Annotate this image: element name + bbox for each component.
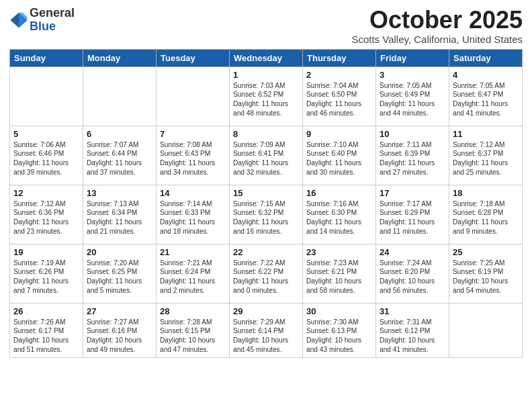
table-row — [449, 303, 523, 357]
table-row — [83, 66, 157, 126]
day-info: Sunrise: 7:09 AMSunset: 6:41 PMDaylight:… — [233, 140, 299, 177]
day-number: 3 — [380, 70, 445, 80]
table-row: 3Sunrise: 7:05 AMSunset: 6:49 PMDaylight… — [376, 66, 449, 126]
day-number: 7 — [160, 129, 226, 139]
table-row — [10, 66, 83, 126]
day-number: 25 — [453, 247, 519, 257]
table-row: 28Sunrise: 7:28 AMSunset: 6:15 PMDayligh… — [157, 303, 230, 357]
calendar-table: Sunday Monday Tuesday Wednesday Thursday… — [9, 49, 523, 358]
day-number: 18 — [453, 188, 519, 198]
day-number: 27 — [87, 306, 152, 316]
day-info: Sunrise: 7:06 AMSunset: 6:46 PMDaylight:… — [13, 140, 79, 177]
day-number: 19 — [13, 247, 79, 257]
calendar-header-row: Sunday Monday Tuesday Wednesday Thursday… — [10, 49, 523, 66]
day-info: Sunrise: 7:04 AMSunset: 6:50 PMDaylight:… — [306, 81, 372, 118]
table-row: 4Sunrise: 7:05 AMSunset: 6:47 PMDaylight… — [449, 66, 523, 126]
table-row — [157, 66, 230, 126]
title-block: October 2025 Scotts Valley, California, … — [351, 7, 523, 45]
day-number: 23 — [306, 247, 372, 257]
day-info: Sunrise: 7:20 AMSunset: 6:25 PMDaylight:… — [87, 259, 152, 295]
day-number: 29 — [233, 306, 299, 316]
day-number: 5 — [13, 129, 79, 139]
table-row: 24Sunrise: 7:24 AMSunset: 6:20 PMDayligh… — [376, 244, 449, 303]
col-wednesday: Wednesday — [230, 49, 303, 66]
day-info: Sunrise: 7:30 AMSunset: 6:13 PMDaylight:… — [306, 318, 372, 355]
col-friday: Friday — [376, 49, 449, 66]
col-tuesday: Tuesday — [157, 49, 230, 66]
calendar-week-1: 1Sunrise: 7:03 AMSunset: 6:52 PMDaylight… — [10, 66, 523, 126]
day-number: 17 — [380, 188, 445, 198]
col-saturday: Saturday — [449, 49, 523, 66]
table-row: 6Sunrise: 7:07 AMSunset: 6:44 PMDaylight… — [83, 126, 157, 185]
day-number: 6 — [87, 129, 152, 139]
day-info: Sunrise: 7:11 AMSunset: 6:39 PMDaylight:… — [380, 140, 445, 177]
table-row: 15Sunrise: 7:15 AMSunset: 6:32 PMDayligh… — [230, 185, 303, 244]
day-info: Sunrise: 7:10 AMSunset: 6:40 PMDaylight:… — [306, 140, 372, 177]
day-info: Sunrise: 7:28 AMSunset: 6:15 PMDaylight:… — [160, 318, 226, 355]
day-info: Sunrise: 7:16 AMSunset: 6:30 PMDaylight:… — [306, 199, 372, 236]
day-number: 1 — [233, 70, 299, 80]
day-info: Sunrise: 7:24 AMSunset: 6:20 PMDaylight:… — [380, 259, 445, 295]
day-info: Sunrise: 7:26 AMSunset: 6:17 PMDaylight:… — [13, 318, 79, 355]
day-number: 11 — [453, 129, 519, 139]
table-row: 2Sunrise: 7:04 AMSunset: 6:50 PMDaylight… — [303, 66, 376, 126]
calendar-week-3: 12Sunrise: 7:12 AMSunset: 6:36 PMDayligh… — [10, 185, 523, 244]
day-info: Sunrise: 7:07 AMSunset: 6:44 PMDaylight:… — [87, 140, 152, 177]
logo-text: General Blue — [30, 7, 75, 34]
day-number: 24 — [380, 247, 445, 257]
col-thursday: Thursday — [303, 49, 376, 66]
day-info: Sunrise: 7:08 AMSunset: 6:43 PMDaylight:… — [160, 140, 226, 177]
day-number: 31 — [380, 306, 445, 316]
table-row: 12Sunrise: 7:12 AMSunset: 6:36 PMDayligh… — [10, 185, 83, 244]
day-info: Sunrise: 7:18 AMSunset: 6:28 PMDaylight:… — [453, 199, 519, 236]
day-number: 8 — [233, 129, 299, 139]
day-info: Sunrise: 7:22 AMSunset: 6:22 PMDaylight:… — [233, 259, 299, 295]
day-number: 4 — [453, 70, 519, 80]
logo-icon — [9, 11, 28, 30]
day-info: Sunrise: 7:31 AMSunset: 6:12 PMDaylight:… — [380, 318, 445, 355]
header: General Blue October 2025 Scotts Valley,… — [9, 7, 523, 45]
day-info: Sunrise: 7:13 AMSunset: 6:34 PMDaylight:… — [87, 199, 152, 236]
day-info: Sunrise: 7:29 AMSunset: 6:14 PMDaylight:… — [233, 318, 299, 355]
day-number: 26 — [13, 306, 79, 316]
table-row: 16Sunrise: 7:16 AMSunset: 6:30 PMDayligh… — [303, 185, 376, 244]
day-info: Sunrise: 7:17 AMSunset: 6:29 PMDaylight:… — [380, 199, 445, 236]
table-row: 17Sunrise: 7:17 AMSunset: 6:29 PMDayligh… — [376, 185, 449, 244]
table-row: 19Sunrise: 7:19 AMSunset: 6:26 PMDayligh… — [10, 244, 83, 303]
day-number: 28 — [160, 306, 226, 316]
table-row: 20Sunrise: 7:20 AMSunset: 6:25 PMDayligh… — [83, 244, 157, 303]
day-number: 16 — [306, 188, 372, 198]
day-number: 15 — [233, 188, 299, 198]
table-row: 14Sunrise: 7:14 AMSunset: 6:33 PMDayligh… — [157, 185, 230, 244]
day-number: 10 — [380, 129, 445, 139]
page: General Blue October 2025 Scotts Valley,… — [0, 0, 532, 411]
table-row: 22Sunrise: 7:22 AMSunset: 6:22 PMDayligh… — [230, 244, 303, 303]
day-number: 21 — [160, 247, 226, 257]
logo-general: General — [30, 6, 75, 19]
table-row: 8Sunrise: 7:09 AMSunset: 6:41 PMDaylight… — [230, 126, 303, 185]
day-number: 13 — [87, 188, 152, 198]
location: Scotts Valley, California, United States — [351, 34, 523, 45]
day-info: Sunrise: 7:19 AMSunset: 6:26 PMDaylight:… — [13, 259, 79, 295]
day-number: 2 — [306, 70, 372, 80]
day-number: 14 — [160, 188, 226, 198]
table-row: 18Sunrise: 7:18 AMSunset: 6:28 PMDayligh… — [449, 185, 523, 244]
table-row: 21Sunrise: 7:21 AMSunset: 6:24 PMDayligh… — [157, 244, 230, 303]
day-info: Sunrise: 7:23 AMSunset: 6:21 PMDaylight:… — [306, 259, 372, 295]
day-number: 30 — [306, 306, 372, 316]
day-info: Sunrise: 7:15 AMSunset: 6:32 PMDaylight:… — [233, 199, 299, 236]
table-row: 10Sunrise: 7:11 AMSunset: 6:39 PMDayligh… — [376, 126, 449, 185]
day-number: 12 — [13, 188, 79, 198]
col-sunday: Sunday — [10, 49, 83, 66]
day-info: Sunrise: 7:03 AMSunset: 6:52 PMDaylight:… — [233, 81, 299, 118]
month-title: October 2025 — [351, 7, 523, 34]
day-info: Sunrise: 7:25 AMSunset: 6:19 PMDaylight:… — [453, 259, 519, 295]
day-info: Sunrise: 7:12 AMSunset: 6:37 PMDaylight:… — [453, 140, 519, 177]
day-info: Sunrise: 7:14 AMSunset: 6:33 PMDaylight:… — [160, 199, 226, 236]
calendar-week-2: 5Sunrise: 7:06 AMSunset: 6:46 PMDaylight… — [10, 126, 523, 185]
table-row: 13Sunrise: 7:13 AMSunset: 6:34 PMDayligh… — [83, 185, 157, 244]
table-row: 25Sunrise: 7:25 AMSunset: 6:19 PMDayligh… — [449, 244, 523, 303]
calendar-week-5: 26Sunrise: 7:26 AMSunset: 6:17 PMDayligh… — [10, 303, 523, 357]
table-row: 31Sunrise: 7:31 AMSunset: 6:12 PMDayligh… — [376, 303, 449, 357]
table-row: 9Sunrise: 7:10 AMSunset: 6:40 PMDaylight… — [303, 126, 376, 185]
